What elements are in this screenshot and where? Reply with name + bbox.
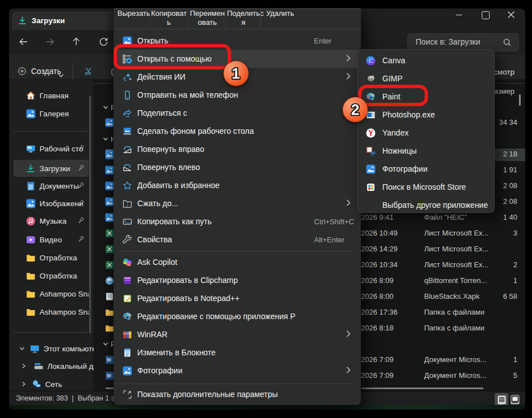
svg-text:C: C xyxy=(369,57,373,64)
